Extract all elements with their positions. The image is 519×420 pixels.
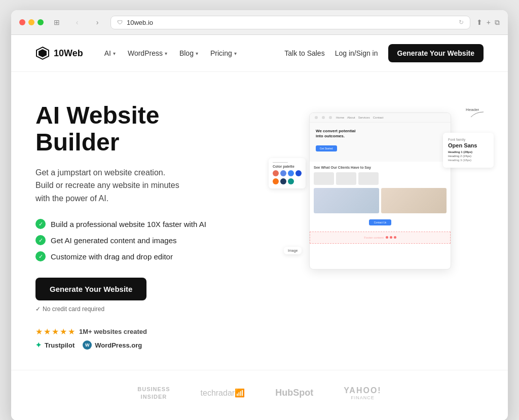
preview-cta-area: Contact Us [314, 216, 447, 225]
hero-title: AI Website Builder [35, 102, 248, 156]
nav-wordpress-label: WordPress [128, 49, 163, 57]
nav-ai-label: AI [104, 49, 111, 57]
hero-section: AI Website Builder Get a jumpstart on we… [11, 72, 508, 370]
stars-row: ★ ★ ★ ★ ★ 1M+ websites created [35, 327, 248, 336]
preview-hero-text: We convert potentialinto outcomes. [316, 129, 444, 139]
press-section: BUSINESSINSIDER techradar📶 HubSpot YAHOO… [11, 370, 508, 420]
typography-font: Open Sans [448, 142, 489, 148]
lock-icon: 🛡 [117, 19, 123, 25]
preview-tagline: See What Our Clients Have to Say [314, 166, 447, 169]
feature-item-1: ✓ Build a professional website 10X faste… [35, 219, 248, 229]
no-credit-text: No credit card required [43, 306, 104, 313]
typography-label: Font family [448, 138, 489, 141]
reload-icon[interactable]: ↻ [459, 19, 464, 26]
color-swatches-row1 [273, 170, 302, 176]
blog-chevron-icon: ▾ [196, 51, 198, 56]
hero-cta-button[interactable]: Generate Your Website [35, 278, 146, 300]
swatch-blue2 [288, 170, 294, 176]
swatch-blue [280, 170, 286, 176]
press-logo-yahoo: YAHOO! FINANCE [344, 386, 382, 400]
nav-item-ai[interactable]: AI ▾ [99, 46, 121, 60]
typography-h3: Heading 3 (18px) [448, 159, 489, 162]
image-annotation: Image [284, 247, 302, 254]
trustpilot-badge[interactable]: ✦ Trustpilot [35, 341, 75, 349]
minimize-button[interactable] [28, 19, 34, 25]
browser-window: ⊞ ‹ › 🛡 10web.io ↻ ⬆ + ⧉ 10Web [11, 10, 508, 420]
feature-list: ✓ Build a professional website 10X faste… [35, 219, 248, 261]
nav-item-blog[interactable]: Blog ▾ [174, 46, 203, 60]
logo-icon [35, 46, 50, 60]
header-label: Header [466, 107, 479, 112]
feature-text-3: Customize with drag and drop editor [51, 252, 173, 261]
logo-text: 10Web [54, 48, 83, 59]
swatch-orange [273, 178, 279, 184]
browser-chrome: ⊞ ‹ › 🛡 10web.io ↻ ⬆ + ⧉ [11, 10, 508, 35]
hero-left: AI Website Builder Get a jumpstart on we… [35, 102, 248, 350]
typography-overlay: Font family Open Sans Heading 1 (28px) H… [443, 133, 494, 168]
star-5: ★ [68, 327, 75, 336]
stars: ★ ★ ★ ★ ★ [35, 327, 75, 336]
nav-blog-label: Blog [179, 49, 194, 57]
nav-cta-button[interactable]: Generate Your Website [388, 44, 484, 62]
preview-images-grid [314, 188, 447, 213]
star-4: ★ [60, 327, 67, 336]
tabs-icon[interactable]: ⧉ [495, 18, 500, 27]
badges-row: ✦ Trustpilot W WordPress.org [35, 340, 248, 350]
press-logo-hubspot: HubSpot [275, 388, 313, 398]
pricing-chevron-icon: ▾ [234, 51, 237, 56]
milestone-text: 1M+ websites created [79, 328, 147, 335]
star-1: ★ [35, 327, 43, 336]
header-annotation: Header [466, 107, 486, 120]
preview-dot-1 [315, 116, 318, 119]
typography-h2: Heading 2 (24px) [448, 155, 489, 158]
color-palette-label: Color palette [273, 165, 302, 168]
back-button[interactable]: ‹ [70, 15, 84, 29]
nav-item-wordpress[interactable]: WordPress ▾ [123, 46, 172, 60]
check-small-icon: ✓ [35, 306, 41, 313]
preview-dot-2 [322, 116, 325, 119]
nav-pricing-label: Pricing [210, 49, 232, 57]
logo[interactable]: 10Web [35, 46, 83, 60]
check-icon-1: ✓ [35, 219, 46, 229]
wordpress-badge[interactable]: W WordPress.org [83, 340, 142, 350]
feature-text-1: Build a professional website 10X faster … [51, 220, 206, 228]
check-icon-2: ✓ [35, 235, 46, 245]
page-content: 10Web AI ▾ WordPress ▾ Blog ▾ Pricing ▾ [11, 35, 508, 420]
swatch-red [273, 170, 279, 176]
browser-actions: ⬆ + ⧉ [476, 18, 500, 27]
talk-to-sales-link[interactable]: Talk to Sales [284, 49, 324, 57]
preview-img-2 [381, 188, 447, 213]
image-label: Image [288, 249, 298, 252]
preview-content: See What Our Clients Have to Say [310, 162, 451, 230]
sidebar-toggle-button[interactable]: ⊞ [50, 15, 64, 29]
url-text: 10web.io [127, 19, 153, 26]
feature-text-2: Get AI generated content and images [51, 236, 177, 245]
ai-chevron-icon: ▾ [113, 51, 116, 56]
address-bar[interactable]: 🛡 10web.io ↻ [110, 16, 470, 29]
typography-h1: Heading 1 (28px) [448, 150, 489, 154]
preview-cta-btn: Get Started [316, 145, 337, 151]
footer-dots [386, 236, 396, 239]
nav-item-pricing[interactable]: Pricing ▾ [205, 46, 242, 60]
trustpilot-label: Trustpilot [45, 341, 75, 349]
swatch-teal [288, 178, 294, 184]
navbar: 10Web AI ▾ WordPress ▾ Blog ▾ Pricing ▾ [11, 35, 508, 72]
preview-testimonials [314, 172, 447, 185]
website-preview: HomeAboutServicesContact We convert pote… [309, 112, 451, 270]
login-link[interactable]: Log in/Sign in [335, 49, 378, 57]
close-button[interactable] [19, 19, 25, 25]
color-swatches-row2 [273, 178, 302, 184]
preview-img-1 [314, 188, 379, 213]
maximize-button[interactable] [38, 19, 44, 25]
nav-links: AI ▾ WordPress ▾ Blog ▾ Pricing ▾ [99, 46, 285, 60]
swatch-navy [280, 178, 286, 184]
no-credit-card: ✓ No credit card required [35, 306, 248, 313]
nav-right: Talk to Sales Log in/Sign in Generate Yo… [284, 44, 484, 62]
share-icon[interactable]: ⬆ [476, 18, 483, 27]
star-2: ★ [44, 327, 51, 336]
traffic-lights [19, 19, 44, 25]
wordpress-chevron-icon: ▾ [165, 51, 167, 56]
check-icon-3: ✓ [35, 251, 46, 261]
forward-button[interactable]: › [90, 15, 104, 29]
new-tab-icon[interactable]: + [487, 18, 491, 27]
